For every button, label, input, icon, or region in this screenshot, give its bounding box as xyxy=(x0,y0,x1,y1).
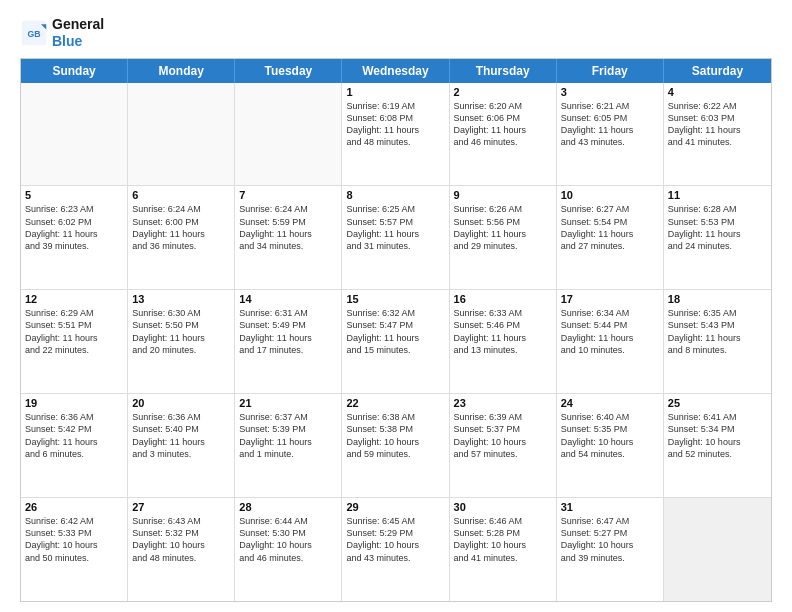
cell-info-line: Daylight: 11 hours xyxy=(454,124,552,136)
cell-info-line: Daylight: 11 hours xyxy=(668,228,767,240)
cell-info-line: Sunrise: 6:46 AM xyxy=(454,515,552,527)
cell-info-line: Sunset: 6:02 PM xyxy=(25,216,123,228)
calendar-row: 5Sunrise: 6:23 AMSunset: 6:02 PMDaylight… xyxy=(21,186,771,290)
cell-info-line: and 43 minutes. xyxy=(346,552,444,564)
cell-info-line: Sunset: 5:32 PM xyxy=(132,527,230,539)
cell-info-line: Daylight: 10 hours xyxy=(561,436,659,448)
cell-info-line: Sunrise: 6:19 AM xyxy=(346,100,444,112)
day-number: 11 xyxy=(668,189,767,201)
cell-info-line: Sunset: 6:08 PM xyxy=(346,112,444,124)
cell-info-line: Daylight: 10 hours xyxy=(239,539,337,551)
cell-info-line: Daylight: 11 hours xyxy=(454,332,552,344)
cell-info-line: and 22 minutes. xyxy=(25,344,123,356)
cell-info-line: and 48 minutes. xyxy=(132,552,230,564)
calendar-day-9: 9Sunrise: 6:26 AMSunset: 5:56 PMDaylight… xyxy=(450,186,557,289)
cell-info-line: Sunset: 5:56 PM xyxy=(454,216,552,228)
calendar-day-3: 3Sunrise: 6:21 AMSunset: 6:05 PMDaylight… xyxy=(557,83,664,186)
cell-info-line: Daylight: 11 hours xyxy=(668,332,767,344)
cell-info-line: and 8 minutes. xyxy=(668,344,767,356)
day-number: 22 xyxy=(346,397,444,409)
cell-info-line: Sunrise: 6:45 AM xyxy=(346,515,444,527)
cell-info-line: Sunrise: 6:20 AM xyxy=(454,100,552,112)
cell-info-line: Sunrise: 6:36 AM xyxy=(132,411,230,423)
day-number: 2 xyxy=(454,86,552,98)
cell-info-line: Sunrise: 6:39 AM xyxy=(454,411,552,423)
cell-info-line: Sunrise: 6:25 AM xyxy=(346,203,444,215)
calendar-row: 1Sunrise: 6:19 AMSunset: 6:08 PMDaylight… xyxy=(21,83,771,187)
cell-info-line: and 31 minutes. xyxy=(346,240,444,252)
calendar-day-25: 25Sunrise: 6:41 AMSunset: 5:34 PMDayligh… xyxy=(664,394,771,497)
calendar: SundayMondayTuesdayWednesdayThursdayFrid… xyxy=(20,58,772,602)
cell-info-line: Sunset: 5:39 PM xyxy=(239,423,337,435)
calendar-day-28: 28Sunrise: 6:44 AMSunset: 5:30 PMDayligh… xyxy=(235,498,342,601)
cell-info-line: Daylight: 10 hours xyxy=(132,539,230,551)
calendar-day-30: 30Sunrise: 6:46 AMSunset: 5:28 PMDayligh… xyxy=(450,498,557,601)
svg-text:GB: GB xyxy=(27,28,40,38)
cell-info-line: and 15 minutes. xyxy=(346,344,444,356)
cell-info-line: and 52 minutes. xyxy=(668,448,767,460)
cell-info-line: Daylight: 10 hours xyxy=(346,539,444,551)
weekday-header-wednesday: Wednesday xyxy=(342,59,449,83)
cell-info-line: and 3 minutes. xyxy=(132,448,230,460)
calendar-day-1: 1Sunrise: 6:19 AMSunset: 6:08 PMDaylight… xyxy=(342,83,449,186)
cell-info-line: Sunset: 5:29 PM xyxy=(346,527,444,539)
cell-info-line: and 48 minutes. xyxy=(346,136,444,148)
cell-info-line: Sunset: 5:28 PM xyxy=(454,527,552,539)
calendar-empty-cell xyxy=(21,83,128,186)
cell-info-line: Sunrise: 6:29 AM xyxy=(25,307,123,319)
cell-info-line: and 41 minutes. xyxy=(668,136,767,148)
day-number: 27 xyxy=(132,501,230,513)
calendar-day-24: 24Sunrise: 6:40 AMSunset: 5:35 PMDayligh… xyxy=(557,394,664,497)
cell-info-line: and 39 minutes. xyxy=(561,552,659,564)
cell-info-line: and 54 minutes. xyxy=(561,448,659,460)
calendar-day-4: 4Sunrise: 6:22 AMSunset: 6:03 PMDaylight… xyxy=(664,83,771,186)
cell-info-line: Sunrise: 6:28 AM xyxy=(668,203,767,215)
day-number: 21 xyxy=(239,397,337,409)
calendar-empty-cell xyxy=(235,83,342,186)
day-number: 13 xyxy=(132,293,230,305)
day-number: 12 xyxy=(25,293,123,305)
cell-info-line: Daylight: 11 hours xyxy=(561,228,659,240)
calendar-day-12: 12Sunrise: 6:29 AMSunset: 5:51 PMDayligh… xyxy=(21,290,128,393)
cell-info-line: and 29 minutes. xyxy=(454,240,552,252)
cell-info-line: Sunset: 5:59 PM xyxy=(239,216,337,228)
weekday-header-monday: Monday xyxy=(128,59,235,83)
cell-info-line: Daylight: 11 hours xyxy=(25,228,123,240)
cell-info-line: and 24 minutes. xyxy=(668,240,767,252)
cell-info-line: and 50 minutes. xyxy=(25,552,123,564)
cell-info-line: Sunrise: 6:24 AM xyxy=(132,203,230,215)
calendar-day-18: 18Sunrise: 6:35 AMSunset: 5:43 PMDayligh… xyxy=(664,290,771,393)
day-number: 31 xyxy=(561,501,659,513)
cell-info-line: Sunrise: 6:37 AM xyxy=(239,411,337,423)
calendar-row: 26Sunrise: 6:42 AMSunset: 5:33 PMDayligh… xyxy=(21,498,771,601)
cell-info-line: Sunset: 5:53 PM xyxy=(668,216,767,228)
cell-info-line: Sunrise: 6:32 AM xyxy=(346,307,444,319)
cell-info-line: Daylight: 11 hours xyxy=(561,124,659,136)
cell-info-line: Sunrise: 6:36 AM xyxy=(25,411,123,423)
calendar-header: SundayMondayTuesdayWednesdayThursdayFrid… xyxy=(21,59,771,83)
cell-info-line: Sunset: 6:03 PM xyxy=(668,112,767,124)
cell-info-line: Sunrise: 6:34 AM xyxy=(561,307,659,319)
day-number: 29 xyxy=(346,501,444,513)
cell-info-line: Sunrise: 6:21 AM xyxy=(561,100,659,112)
cell-info-line: Daylight: 11 hours xyxy=(561,332,659,344)
day-number: 6 xyxy=(132,189,230,201)
logo-icon: GB xyxy=(20,19,48,47)
cell-info-line: Daylight: 11 hours xyxy=(132,436,230,448)
calendar-empty-cell xyxy=(664,498,771,601)
cell-info-line: and 13 minutes. xyxy=(454,344,552,356)
cell-info-line: Daylight: 11 hours xyxy=(668,124,767,136)
cell-info-line: and 43 minutes. xyxy=(561,136,659,148)
day-number: 3 xyxy=(561,86,659,98)
cell-info-line: and 57 minutes. xyxy=(454,448,552,460)
day-number: 30 xyxy=(454,501,552,513)
cell-info-line: Daylight: 11 hours xyxy=(25,436,123,448)
cell-info-line: Sunset: 6:05 PM xyxy=(561,112,659,124)
day-number: 15 xyxy=(346,293,444,305)
cell-info-line: Sunset: 5:33 PM xyxy=(25,527,123,539)
cell-info-line: Daylight: 11 hours xyxy=(239,228,337,240)
calendar-day-27: 27Sunrise: 6:43 AMSunset: 5:32 PMDayligh… xyxy=(128,498,235,601)
cell-info-line: Daylight: 10 hours xyxy=(346,436,444,448)
cell-info-line: Sunset: 5:46 PM xyxy=(454,319,552,331)
cell-info-line: Daylight: 11 hours xyxy=(239,436,337,448)
